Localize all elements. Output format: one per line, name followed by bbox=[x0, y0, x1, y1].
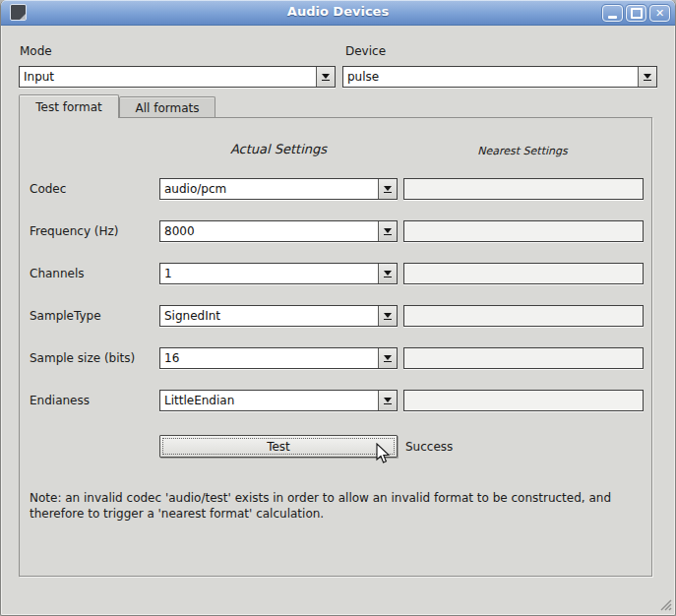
codec-combobox[interactable]: audio/pcm bbox=[159, 178, 398, 200]
mode-value: Input bbox=[20, 70, 316, 84]
samplesize-combobox[interactable]: 16 bbox=[159, 347, 398, 369]
channels-combobox[interactable]: 1 bbox=[159, 263, 398, 284]
sampletype-label: SampleType bbox=[30, 309, 101, 323]
test-format-panel: Actual Settings Nearest Settings Codec a… bbox=[19, 117, 652, 577]
sampletype-nearest-field[interactable] bbox=[403, 305, 644, 327]
nearest-settings-header: Nearest Settings bbox=[401, 145, 644, 157]
frequency-value: 8000 bbox=[160, 224, 378, 238]
combo-arrow-icon bbox=[638, 67, 656, 87]
frequency-nearest-field[interactable] bbox=[403, 220, 644, 242]
combo-arrow-icon bbox=[378, 306, 397, 326]
actual-settings-header: Actual Settings bbox=[159, 142, 398, 156]
combo-arrow-icon bbox=[378, 221, 397, 241]
endianess-combobox[interactable]: LittleEndian bbox=[159, 390, 398, 411]
frequency-label: Frequency (Hz) bbox=[30, 224, 119, 238]
close-icon: ✕ bbox=[655, 8, 664, 19]
channels-label: Channels bbox=[30, 267, 85, 280]
endianess-nearest-field[interactable] bbox=[403, 390, 644, 411]
combo-arrow-icon bbox=[378, 179, 397, 199]
mode-combobox[interactable]: Input bbox=[19, 66, 336, 88]
status-text: Success bbox=[405, 440, 453, 454]
maximize-button[interactable] bbox=[626, 5, 646, 22]
tab-test-format[interactable]: Test format bbox=[19, 94, 119, 118]
tab-label: Test format bbox=[35, 100, 101, 114]
resize-grip-icon[interactable] bbox=[658, 597, 672, 611]
maximize-icon bbox=[631, 8, 643, 19]
tab-all-formats[interactable]: All formats bbox=[119, 96, 215, 118]
test-button[interactable]: Test bbox=[159, 435, 398, 458]
titlebar[interactable]: Audio Devices ✕ bbox=[1, 0, 675, 26]
test-button-label: Test bbox=[267, 440, 290, 454]
endianess-value: LittleEndian bbox=[160, 394, 378, 407]
window-title: Audio Devices bbox=[1, 4, 675, 19]
audio-devices-window: Audio Devices ✕ Mode Device Input pulse … bbox=[0, 0, 676, 616]
tab-label: All formats bbox=[136, 101, 200, 115]
endianess-label: Endianess bbox=[30, 394, 90, 407]
samplesize-value: 16 bbox=[160, 351, 378, 365]
minimize-icon bbox=[608, 16, 617, 19]
channels-value: 1 bbox=[160, 267, 378, 280]
device-value: pulse bbox=[343, 70, 638, 84]
codec-label: Codec bbox=[30, 182, 66, 196]
codec-value: audio/pcm bbox=[160, 182, 378, 196]
combo-arrow-icon bbox=[316, 67, 335, 87]
note-text: Note: an invalid codec 'audio/test' exis… bbox=[30, 490, 647, 522]
sampletype-combobox[interactable]: SignedInt bbox=[159, 305, 398, 327]
combo-arrow-icon bbox=[378, 391, 397, 410]
samplesize-label: Sample size (bits) bbox=[30, 351, 135, 365]
minimize-button[interactable] bbox=[602, 5, 623, 22]
samplesize-nearest-field[interactable] bbox=[403, 347, 644, 369]
codec-nearest-field[interactable] bbox=[403, 178, 644, 200]
sampletype-value: SignedInt bbox=[160, 309, 378, 323]
device-combobox[interactable]: pulse bbox=[342, 66, 657, 88]
combo-arrow-icon bbox=[378, 264, 397, 283]
mode-label: Mode bbox=[20, 44, 52, 58]
combo-arrow-icon bbox=[378, 348, 397, 368]
frequency-combobox[interactable]: 8000 bbox=[159, 220, 398, 242]
device-label: Device bbox=[345, 44, 386, 58]
channels-nearest-field[interactable] bbox=[403, 263, 644, 284]
close-button[interactable]: ✕ bbox=[649, 5, 670, 22]
